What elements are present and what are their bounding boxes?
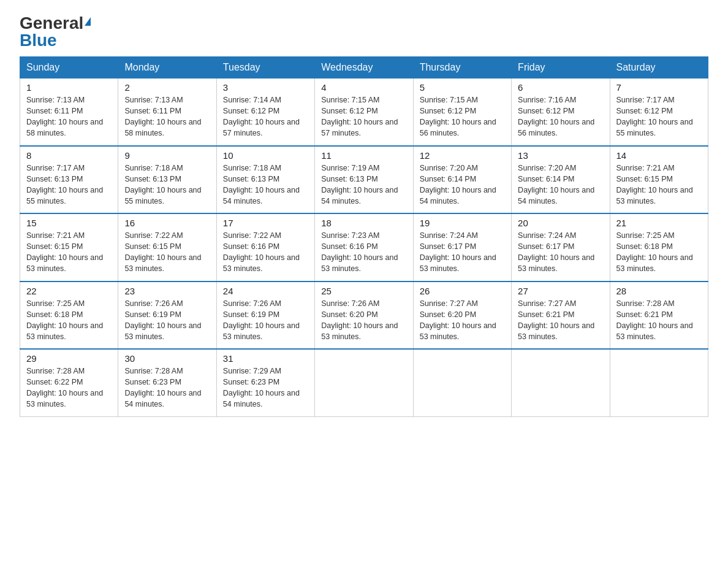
header: General Blue — [20, 15, 708, 49]
day-info: Sunrise: 7:20 AMSunset: 6:14 PMDaylight:… — [518, 164, 594, 205]
day-info: Sunrise: 7:26 AMSunset: 6:19 PMDaylight:… — [124, 299, 201, 341]
logo-triangle-icon — [85, 17, 91, 26]
day-number: 5 — [420, 82, 505, 93]
day-info: Sunrise: 7:16 AMSunset: 6:12 PMDaylight:… — [518, 96, 594, 137]
day-number: 28 — [616, 286, 702, 296]
day-number: 29 — [26, 353, 112, 364]
logo-general-text: General — [20, 15, 83, 32]
day-info: Sunrise: 7:17 AMSunset: 6:12 PMDaylight:… — [616, 96, 693, 137]
day-info: Sunrise: 7:18 AMSunset: 6:13 PMDaylight:… — [223, 164, 300, 205]
calendar-cell: 14 Sunrise: 7:21 AMSunset: 6:15 PMDaylig… — [610, 146, 708, 214]
day-number: 15 — [26, 218, 112, 228]
calendar-cell: 24 Sunrise: 7:26 AMSunset: 6:19 PMDaylig… — [216, 282, 314, 350]
day-number: 11 — [321, 150, 406, 161]
day-number: 21 — [616, 218, 702, 228]
week-row-3: 15 Sunrise: 7:21 AMSunset: 6:15 PMDaylig… — [20, 213, 708, 282]
day-info: Sunrise: 7:13 AMSunset: 6:11 PMDaylight:… — [26, 96, 103, 137]
calendar-cell: 13 Sunrise: 7:20 AMSunset: 6:14 PMDaylig… — [512, 146, 610, 214]
day-number: 14 — [616, 150, 702, 161]
day-number: 4 — [321, 82, 406, 93]
day-info: Sunrise: 7:22 AMSunset: 6:16 PMDaylight:… — [223, 231, 300, 273]
day-info: Sunrise: 7:25 AMSunset: 6:18 PMDaylight:… — [616, 231, 693, 273]
week-row-1: 1 Sunrise: 7:13 AMSunset: 6:11 PMDayligh… — [20, 79, 708, 146]
calendar-cell: 25 Sunrise: 7:26 AMSunset: 6:20 PMDaylig… — [315, 282, 413, 350]
day-info: Sunrise: 7:29 AMSunset: 6:23 PMDaylight:… — [223, 367, 300, 408]
day-info: Sunrise: 7:15 AMSunset: 6:12 PMDaylight:… — [321, 96, 398, 137]
day-info: Sunrise: 7:24 AMSunset: 6:17 PMDaylight:… — [420, 231, 496, 273]
day-info: Sunrise: 7:28 AMSunset: 6:21 PMDaylight:… — [616, 299, 693, 341]
calendar-cell — [413, 349, 511, 416]
calendar-table: SundayMondayTuesdayWednesdayThursdayFrid… — [20, 56, 708, 417]
weekday-header-monday: Monday — [118, 57, 216, 79]
day-info: Sunrise: 7:25 AMSunset: 6:18 PMDaylight:… — [26, 299, 103, 341]
day-info: Sunrise: 7:21 AMSunset: 6:15 PMDaylight:… — [26, 231, 103, 273]
calendar-cell — [610, 349, 708, 416]
day-number: 6 — [518, 82, 603, 93]
calendar-cell: 2 Sunrise: 7:13 AMSunset: 6:11 PMDayligh… — [118, 79, 216, 146]
calendar-cell: 19 Sunrise: 7:24 AMSunset: 6:17 PMDaylig… — [413, 213, 511, 282]
day-number: 2 — [124, 82, 210, 93]
day-number: 13 — [518, 150, 603, 161]
calendar-cell: 3 Sunrise: 7:14 AMSunset: 6:12 PMDayligh… — [216, 79, 314, 146]
day-info: Sunrise: 7:19 AMSunset: 6:13 PMDaylight:… — [321, 164, 398, 205]
calendar-cell: 27 Sunrise: 7:27 AMSunset: 6:21 PMDaylig… — [512, 282, 610, 350]
calendar-cell: 28 Sunrise: 7:28 AMSunset: 6:21 PMDaylig… — [610, 282, 708, 350]
day-info: Sunrise: 7:26 AMSunset: 6:19 PMDaylight:… — [223, 299, 300, 341]
week-row-5: 29 Sunrise: 7:28 AMSunset: 6:22 PMDaylig… — [20, 349, 708, 416]
day-info: Sunrise: 7:24 AMSunset: 6:17 PMDaylight:… — [518, 231, 594, 273]
calendar-cell — [315, 349, 413, 416]
week-row-2: 8 Sunrise: 7:17 AMSunset: 6:13 PMDayligh… — [20, 146, 708, 214]
calendar-cell: 11 Sunrise: 7:19 AMSunset: 6:13 PMDaylig… — [315, 146, 413, 214]
weekday-header-tuesday: Tuesday — [216, 57, 314, 79]
logo: General Blue — [20, 15, 91, 49]
weekday-header-saturday: Saturday — [610, 57, 708, 79]
calendar-cell: 16 Sunrise: 7:22 AMSunset: 6:15 PMDaylig… — [118, 213, 216, 282]
weekday-header-friday: Friday — [512, 57, 610, 79]
day-info: Sunrise: 7:17 AMSunset: 6:13 PMDaylight:… — [26, 164, 103, 205]
calendar-cell: 26 Sunrise: 7:27 AMSunset: 6:20 PMDaylig… — [413, 282, 511, 350]
day-info: Sunrise: 7:21 AMSunset: 6:15 PMDaylight:… — [616, 164, 693, 205]
weekday-header-thursday: Thursday — [413, 57, 511, 79]
day-info: Sunrise: 7:13 AMSunset: 6:11 PMDaylight:… — [124, 96, 201, 137]
day-number: 7 — [616, 82, 702, 93]
day-info: Sunrise: 7:27 AMSunset: 6:20 PMDaylight:… — [420, 299, 496, 341]
day-info: Sunrise: 7:14 AMSunset: 6:12 PMDaylight:… — [223, 96, 300, 137]
calendar-cell: 12 Sunrise: 7:20 AMSunset: 6:14 PMDaylig… — [413, 146, 511, 214]
day-number: 26 — [420, 286, 505, 296]
day-number: 31 — [223, 353, 308, 364]
day-number: 1 — [26, 82, 112, 93]
logo-blue-text: Blue — [20, 32, 57, 49]
calendar-cell: 7 Sunrise: 7:17 AMSunset: 6:12 PMDayligh… — [610, 79, 708, 146]
calendar-cell: 1 Sunrise: 7:13 AMSunset: 6:11 PMDayligh… — [20, 79, 118, 146]
day-info: Sunrise: 7:18 AMSunset: 6:13 PMDaylight:… — [124, 164, 201, 205]
calendar-cell: 8 Sunrise: 7:17 AMSunset: 6:13 PMDayligh… — [20, 146, 118, 214]
day-info: Sunrise: 7:28 AMSunset: 6:22 PMDaylight:… — [26, 367, 103, 408]
day-number: 23 — [124, 286, 210, 296]
day-number: 20 — [518, 218, 603, 228]
day-info: Sunrise: 7:22 AMSunset: 6:15 PMDaylight:… — [124, 231, 201, 273]
calendar-cell: 5 Sunrise: 7:15 AMSunset: 6:12 PMDayligh… — [413, 79, 511, 146]
day-number: 10 — [223, 150, 308, 161]
calendar-cell: 15 Sunrise: 7:21 AMSunset: 6:15 PMDaylig… — [20, 213, 118, 282]
calendar-cell: 9 Sunrise: 7:18 AMSunset: 6:13 PMDayligh… — [118, 146, 216, 214]
calendar-cell — [512, 349, 610, 416]
weekday-header-row: SundayMondayTuesdayWednesdayThursdayFrid… — [20, 57, 708, 79]
calendar-cell: 20 Sunrise: 7:24 AMSunset: 6:17 PMDaylig… — [512, 213, 610, 282]
weekday-header-wednesday: Wednesday — [315, 57, 413, 79]
calendar-cell: 10 Sunrise: 7:18 AMSunset: 6:13 PMDaylig… — [216, 146, 314, 214]
calendar-cell: 21 Sunrise: 7:25 AMSunset: 6:18 PMDaylig… — [610, 213, 708, 282]
calendar-cell: 17 Sunrise: 7:22 AMSunset: 6:16 PMDaylig… — [216, 213, 314, 282]
calendar-cell: 22 Sunrise: 7:25 AMSunset: 6:18 PMDaylig… — [20, 282, 118, 350]
calendar-cell: 31 Sunrise: 7:29 AMSunset: 6:23 PMDaylig… — [216, 349, 314, 416]
day-number: 9 — [124, 150, 210, 161]
day-info: Sunrise: 7:23 AMSunset: 6:16 PMDaylight:… — [321, 231, 398, 273]
day-number: 27 — [518, 286, 603, 296]
day-number: 3 — [223, 82, 308, 93]
day-info: Sunrise: 7:15 AMSunset: 6:12 PMDaylight:… — [420, 96, 496, 137]
weekday-header-sunday: Sunday — [20, 57, 118, 79]
day-number: 16 — [124, 218, 210, 228]
day-info: Sunrise: 7:27 AMSunset: 6:21 PMDaylight:… — [518, 299, 594, 341]
calendar-cell: 29 Sunrise: 7:28 AMSunset: 6:22 PMDaylig… — [20, 349, 118, 416]
day-number: 24 — [223, 286, 308, 296]
week-row-4: 22 Sunrise: 7:25 AMSunset: 6:18 PMDaylig… — [20, 282, 708, 350]
